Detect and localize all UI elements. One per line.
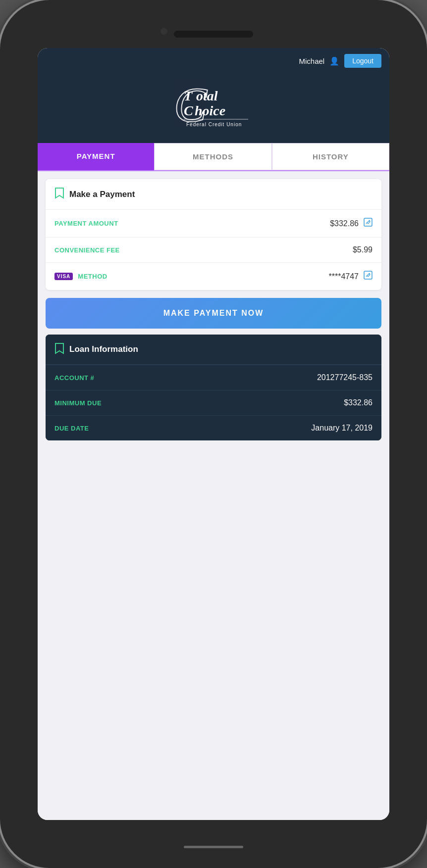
main-content: Make a Payment PAYMENT AMOUNT $332.86 (38, 171, 389, 820)
loan-info-title: Loan Information (69, 344, 138, 354)
loan-info-header: Loan Information (46, 335, 381, 365)
due-date-label: DUE DATE (54, 425, 89, 432)
visa-badge: VISA (54, 273, 73, 280)
tabs-container: PAYMENT METHODS HISTORY (38, 143, 389, 171)
svg-rect-8 (364, 271, 372, 279)
make-payment-header: Make a Payment (46, 179, 381, 209)
header-top: Michael 👤 Logout (46, 54, 381, 68)
svg-text:Federal Credit Union: Federal Credit Union (186, 122, 242, 127)
logo-svg: C otal T hoice C Federal Credit Union (169, 77, 258, 131)
user-name: Michael (299, 57, 324, 65)
logo: C otal T hoice C Federal Credit Union (169, 77, 258, 133)
svg-text:otal: otal (196, 88, 218, 103)
phone-home-indicator (184, 846, 243, 848)
account-value: 201277245-835 (317, 373, 373, 382)
convenience-fee-label: CONVENIENCE FEE (54, 246, 120, 254)
phone-notch (174, 31, 253, 38)
account-label: ACCOUNT # (54, 374, 94, 382)
account-row: ACCOUNT # 201277245-835 (46, 365, 381, 390)
make-payment-button[interactable]: MAKE PAYMENT NOW (46, 298, 381, 329)
logout-button[interactable]: Logout (344, 54, 381, 68)
make-payment-card: Make a Payment PAYMENT AMOUNT $332.86 (46, 179, 381, 290)
minimum-due-label: MINIMUM DUE (54, 399, 102, 407)
svg-text:hoice: hoice (195, 103, 225, 118)
svg-text:C: C (184, 103, 193, 118)
method-left: VISA METHOD (54, 273, 107, 280)
tab-payment[interactable]: PAYMENT (38, 143, 154, 170)
svg-rect-7 (364, 218, 372, 226)
user-icon: 👤 (329, 56, 339, 66)
payment-amount-row: PAYMENT AMOUNT $332.86 (46, 209, 381, 237)
logo-area: C otal T hoice C Federal Credit Union (46, 72, 381, 133)
svg-text:T: T (184, 88, 193, 103)
loan-info-card: Loan Information ACCOUNT # 201277245-835… (46, 335, 381, 440)
due-date-value: January 17, 2019 (311, 424, 373, 433)
convenience-fee-row: CONVENIENCE FEE $5.99 (46, 237, 381, 262)
payment-amount-value: $332.86 (330, 218, 373, 229)
method-edit-icon[interactable] (364, 271, 373, 282)
minimum-due-value: $332.86 (344, 398, 373, 407)
tab-history[interactable]: HISTORY (272, 143, 389, 170)
convenience-fee-value: $5.99 (353, 245, 373, 254)
loan-bookmark-icon (54, 342, 64, 356)
phone-screen: Michael 👤 Logout C otal T hoice C (38, 48, 389, 820)
phone-frame: Michael 👤 Logout C otal T hoice C (0, 0, 427, 868)
method-value: ****4747 (329, 271, 373, 282)
payment-amount-edit-icon[interactable] (364, 218, 373, 229)
bookmark-icon (54, 187, 64, 201)
minimum-due-row: MINIMUM DUE $332.86 (46, 390, 381, 415)
payment-amount-label: PAYMENT AMOUNT (54, 220, 118, 227)
method-row: VISA METHOD ****4747 (46, 262, 381, 290)
due-date-row: DUE DATE January 17, 2019 (46, 415, 381, 440)
tab-methods[interactable]: METHODS (154, 143, 271, 170)
make-payment-title: Make a Payment (69, 190, 135, 199)
method-label: METHOD (78, 273, 107, 280)
phone-camera (160, 28, 167, 35)
app-header: Michael 👤 Logout C otal T hoice C (38, 48, 389, 143)
